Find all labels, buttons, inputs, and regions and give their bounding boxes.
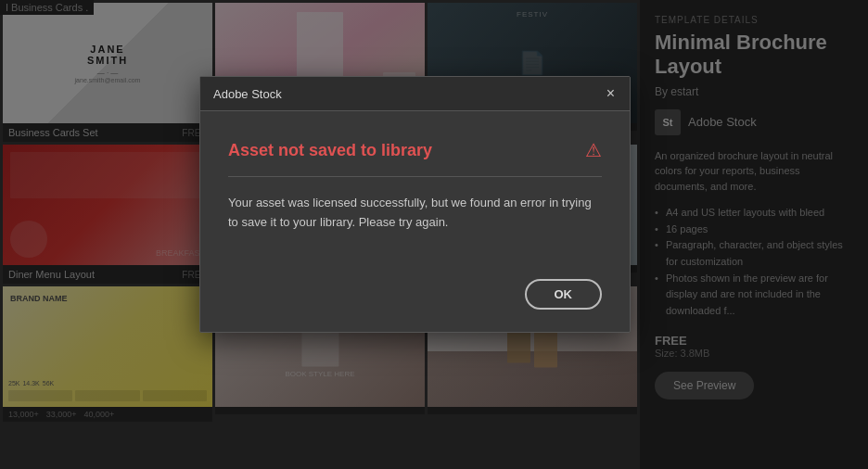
ok-button[interactable]: OK — [525, 279, 603, 310]
modal-footer: OK — [200, 279, 630, 332]
warning-icon: ⚠ — [585, 139, 602, 161]
modal-close-button[interactable]: × — [605, 86, 617, 101]
modal-title: Adobe Stock — [213, 87, 282, 101]
modal-body: Asset not saved to library ⚠ Your asset … — [200, 111, 630, 279]
error-title-row: Asset not saved to library ⚠ — [228, 139, 602, 177]
error-message: Your asset was licensed successfully, bu… — [228, 194, 602, 233]
error-title: Asset not saved to library — [228, 141, 432, 160]
adobe-stock-modal: Adobe Stock × Asset not saved to library… — [199, 76, 631, 333]
modal-header: Adobe Stock × — [200, 77, 630, 111]
